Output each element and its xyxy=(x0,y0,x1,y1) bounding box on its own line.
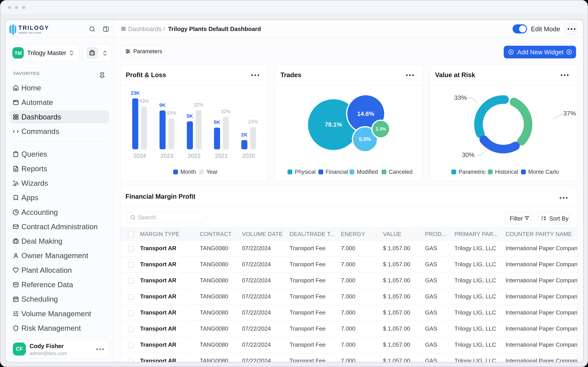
svg-text:78.1%: 78.1% xyxy=(325,121,342,128)
svg-text:33%: 33% xyxy=(454,94,467,101)
svg-text:30%: 30% xyxy=(462,151,475,158)
svg-text:14.6%: 14.6% xyxy=(357,110,374,117)
svg-text:2.3%: 2.3% xyxy=(376,126,386,132)
svg-text:37%: 37% xyxy=(563,110,576,117)
svg-text:5.0%: 5.0% xyxy=(359,136,371,142)
